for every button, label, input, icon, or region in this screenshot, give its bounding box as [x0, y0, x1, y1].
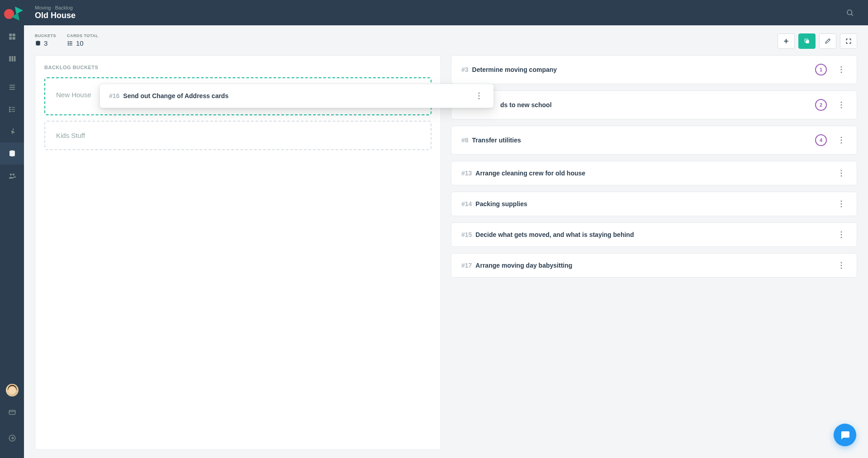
card-item[interactable]: #15 Decide what gets moved, and what is … [451, 222, 857, 247]
page-title: Old House [35, 11, 76, 20]
logo-shape [4, 7, 20, 18]
stats-bar: BUCKETS 3 CARDS TOTAL 10 [35, 33, 857, 49]
svg-point-55 [841, 203, 842, 205]
svg-point-50 [841, 142, 842, 144]
card-menu-button[interactable] [836, 137, 847, 144]
card-item[interactable]: #8 Transfer utilities 4 [451, 126, 857, 155]
breadcrumb[interactable]: Moving · Backlog [35, 5, 76, 10]
card-id: #14 [461, 200, 472, 208]
card-menu-button[interactable] [836, 101, 847, 109]
card-id: #13 [461, 170, 472, 177]
more-vertical-icon [840, 200, 842, 208]
svg-rect-36 [806, 40, 809, 43]
sidebar-item-boards[interactable] [0, 47, 24, 70]
sidebar-item-activity[interactable] [0, 120, 24, 142]
svg-point-49 [841, 140, 842, 141]
card-item[interactable]: #3 Determine moving company 1 [451, 55, 857, 84]
svg-point-46 [841, 104, 842, 106]
search-button[interactable] [841, 4, 859, 22]
fullscreen-icon [845, 38, 852, 44]
sidebar-item-list[interactable] [0, 98, 24, 120]
stat-buckets-number: 3 [44, 39, 47, 47]
svg-point-58 [841, 234, 842, 236]
stat-cards-value: 10 [67, 39, 98, 47]
database-icon [35, 40, 41, 47]
card-id: #3 [461, 66, 469, 73]
svg-point-53 [841, 175, 842, 177]
columns-icon [8, 55, 16, 63]
bucket-drop-target[interactable]: New House #16 Send out Change of Address… [44, 77, 432, 115]
svg-point-44 [841, 72, 842, 73]
sidebar-item-avatar[interactable] [0, 379, 24, 401]
sidebar-item-logout[interactable] [0, 427, 24, 449]
sidebar-item-dashboard[interactable] [0, 25, 24, 47]
dragging-card[interactable]: #16 Send out Change of Address cards [100, 84, 494, 108]
card-badge: 1 [815, 64, 827, 76]
card-title: Packing supplies [475, 200, 833, 208]
card-menu-button[interactable] [836, 66, 847, 73]
svg-point-61 [841, 265, 842, 266]
stat-cards-label: CARDS TOTAL [67, 33, 98, 38]
database-icon [8, 150, 16, 158]
card-title: Arrange moving day babysitting [475, 262, 833, 269]
header-text: Moving · Backlog Old House [35, 5, 76, 20]
page-scrollbar[interactable] [866, 0, 868, 458]
svg-point-22 [14, 176, 15, 177]
card-item[interactable]: ds to new school 2 [451, 90, 857, 119]
svg-point-32 [68, 44, 68, 45]
bucket-item[interactable]: Kids Stuff [44, 121, 432, 150]
copy-icon [804, 38, 810, 44]
card-menu-button[interactable] [474, 92, 484, 99]
card-item[interactable]: #13 Arrange cleaning crew for old house [451, 161, 857, 185]
card-id: #16 [109, 92, 119, 99]
running-icon [8, 127, 16, 136]
svg-point-30 [68, 43, 68, 43]
svg-rect-8 [14, 56, 15, 61]
svg-point-48 [841, 137, 842, 138]
card-title: Send out Change of Address cards [123, 92, 474, 99]
list-icon [67, 40, 73, 47]
card-menu-button[interactable] [836, 262, 847, 269]
card-item[interactable]: #14 Packing supplies [451, 192, 857, 216]
copy-button[interactable] [798, 33, 816, 49]
dashboard-icon [8, 33, 16, 41]
card-badge: 2 [815, 99, 827, 111]
svg-rect-6 [9, 56, 11, 61]
svg-point-45 [841, 102, 842, 103]
fullscreen-button[interactable] [840, 33, 857, 49]
svg-point-42 [841, 66, 842, 68]
svg-point-59 [841, 237, 842, 238]
stat-buckets-label: BUCKETS [35, 33, 56, 38]
card-title: Transfer utilities [472, 137, 815, 144]
card-title: Arrange cleaning crew for old house [475, 170, 833, 177]
app-logo[interactable] [0, 0, 24, 25]
header: Moving · Backlog Old House [0, 0, 868, 25]
svg-point-20 [9, 173, 12, 175]
plus-icon [783, 38, 789, 44]
lines-icon [8, 83, 16, 91]
add-button[interactable] [778, 33, 795, 49]
list-icon [8, 105, 16, 113]
svg-point-39 [479, 93, 480, 94]
action-buttons [778, 33, 857, 49]
card-title: Decide what gets moved, and what is stay… [475, 231, 833, 238]
sidebar-item-database[interactable] [0, 142, 24, 165]
svg-point-21 [12, 173, 14, 175]
svg-point-12 [9, 107, 10, 108]
sidebar-item-billing[interactable] [0, 401, 24, 423]
edit-button[interactable] [819, 33, 836, 49]
chat-bubble-button[interactable] [834, 424, 856, 446]
card-menu-button[interactable] [836, 170, 847, 177]
sidebar-item-team[interactable] [0, 165, 24, 187]
sidebar-item-lines[interactable] [0, 76, 24, 98]
card-menu-button[interactable] [836, 200, 847, 208]
svg-rect-2 [9, 33, 12, 36]
svg-point-41 [479, 98, 480, 99]
more-vertical-icon [840, 101, 842, 109]
card-menu-button[interactable] [836, 231, 847, 238]
card-item[interactable]: #17 Arrange moving day babysitting [451, 253, 857, 278]
svg-rect-7 [11, 56, 13, 61]
svg-point-14 [9, 109, 10, 109]
more-vertical-icon [840, 170, 842, 177]
svg-point-28 [68, 41, 68, 42]
